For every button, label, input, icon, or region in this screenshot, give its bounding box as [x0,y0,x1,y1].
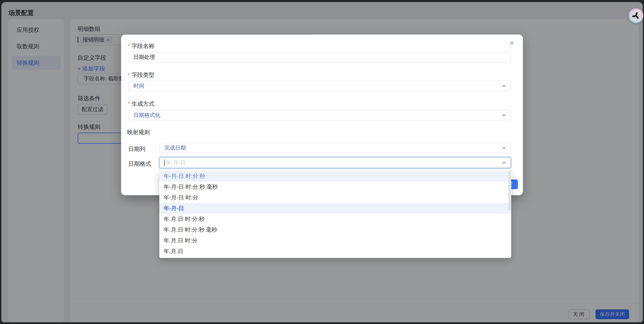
generation-method-select[interactable]: 日期格式化 [128,110,511,120]
text-cursor [164,160,165,166]
required-marker: * [128,72,130,78]
assistant-logo-icon [630,10,642,22]
assistant-floating-button[interactable] [628,8,643,23]
field-type-select[interactable]: 时间 [128,81,511,91]
dropdown-option-selected[interactable]: 年-月-日 [159,203,511,214]
mapping-rules-section-label: 映射规则 [127,128,150,136]
dropdown-option[interactable]: 年-月-日 时:分:秒 [159,171,511,182]
dropdown-option[interactable]: 年-月-日 时:分:秒.毫秒 [159,182,511,192]
dropdown-scrollbar[interactable] [508,170,511,210]
chevron-down-icon [501,160,507,166]
field-type-value: 时间 [134,82,144,90]
chevron-down-icon [501,83,507,89]
chevron-down-icon [501,145,507,151]
date-column-select[interactable]: 完成日期 [159,143,511,153]
date-column-label: 日期列 [128,145,146,153]
screen: 场景配置 应用授权 取数规则 转换规则 明细数组 报销明细 × 自定义字段 [0,0,644,324]
dropdown-option[interactable]: 年.月.日 时:分 [159,235,511,246]
required-marker: * [128,43,130,49]
field-name-value: 日期处理 [134,54,155,61]
required-marker: * [128,101,130,107]
dialog-close-icon[interactable]: × [507,38,517,48]
date-format-placeholder: 年-月-日 [166,159,186,166]
dropdown-option[interactable]: 年.月.日 时:分:秒 [159,214,511,224]
field-name-label: *字段名称 [128,42,154,50]
date-format-select[interactable]: 年-月-日 [159,157,511,168]
field-name-input[interactable]: 日期处理 [128,52,511,62]
chevron-down-icon [501,112,507,118]
field-type-label: *字段类型 [128,71,154,79]
generation-method-label: *生成方式 [128,100,154,108]
dropdown-option[interactable]: 年-月-日 时:分 [159,192,511,203]
dropdown-option[interactable]: 年.月.日 [159,246,511,256]
date-column-value: 完成日期 [164,144,186,152]
generation-method-value: 日期格式化 [134,112,160,119]
date-format-label: 日期格式 [128,160,151,168]
date-format-dropdown: 年-月-日 时:分:秒 年-月-日 时:分:秒.毫秒 年-月-日 时:分 年-月… [159,170,511,258]
dropdown-option[interactable]: 年.月.日 时:分:秒.毫秒 [159,224,511,235]
